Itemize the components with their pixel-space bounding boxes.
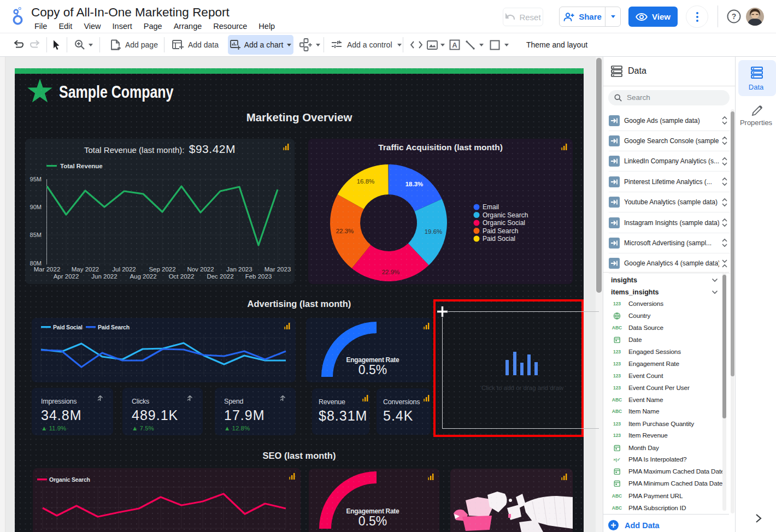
svg-text:Paid Social: Paid Social xyxy=(53,324,83,330)
svg-text:90M: 90M xyxy=(30,204,42,210)
svg-text:Paid Search: Paid Search xyxy=(98,324,130,330)
svg-text:Jul 2022: Jul 2022 xyxy=(112,266,136,273)
svg-text:19.6%: 19.6% xyxy=(425,228,443,235)
svg-text:Paid Search: Paid Search xyxy=(483,227,518,235)
svg-text:Mar 2023: Mar 2023 xyxy=(264,266,291,273)
svg-text:?: ? xyxy=(732,12,737,21)
svg-text:Dec 2022: Dec 2022 xyxy=(207,273,233,280)
svg-text:Aug 2022: Aug 2022 xyxy=(130,273,156,280)
svg-text:22.9%: 22.9% xyxy=(382,269,400,275)
svg-text:Organic Search: Organic Search xyxy=(49,476,90,483)
svg-text:Feb 2023: Feb 2023 xyxy=(245,273,272,280)
svg-text:Sep 2022: Sep 2022 xyxy=(149,266,175,273)
svg-text:Total Revenue: Total Revenue xyxy=(60,163,103,169)
svg-text:95M: 95M xyxy=(30,176,42,182)
svg-text:Paid Social: Paid Social xyxy=(483,235,515,243)
svg-text:Organic Social: Organic Social xyxy=(483,219,525,227)
svg-text:22.3%: 22.3% xyxy=(336,228,354,234)
svg-text:May 2022: May 2022 xyxy=(72,266,99,273)
svg-text:85M: 85M xyxy=(30,232,42,238)
svg-text:18.3%: 18.3% xyxy=(405,181,424,187)
svg-text:0.5%: 0.5% xyxy=(358,514,387,528)
svg-text:Apr 2022: Apr 2022 xyxy=(54,273,79,280)
svg-text:Nov 2022: Nov 2022 xyxy=(187,266,214,273)
svg-text:Organic Search: Organic Search xyxy=(483,211,528,219)
svg-text:Jan 2023: Jan 2023 xyxy=(226,266,252,273)
svg-text:Mar 2022: Mar 2022 xyxy=(34,266,61,273)
svg-text:0.5%: 0.5% xyxy=(358,363,387,377)
svg-text:16.8%: 16.8% xyxy=(357,178,375,185)
svg-text:Oct 2022: Oct 2022 xyxy=(169,273,195,280)
svg-text:A: A xyxy=(452,41,457,49)
svg-text:Jun 2022: Jun 2022 xyxy=(91,273,117,280)
svg-text:Email: Email xyxy=(483,203,499,211)
